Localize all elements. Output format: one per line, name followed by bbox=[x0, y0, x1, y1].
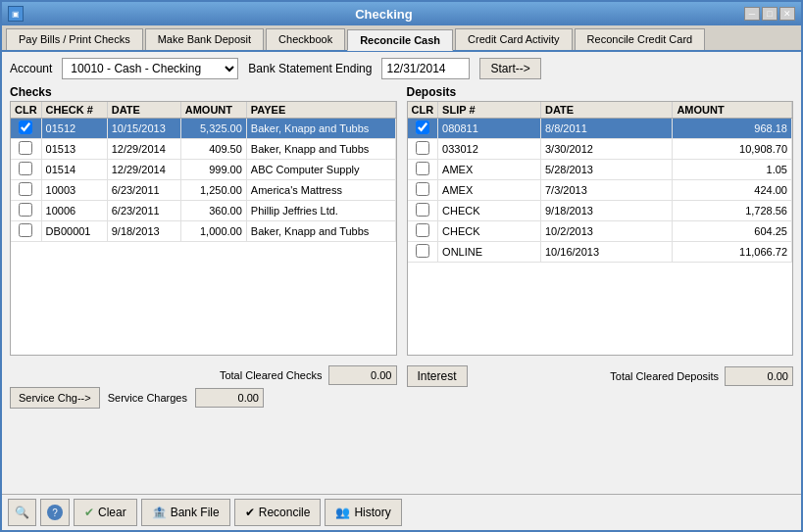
deposit-clr-checkbox[interactable] bbox=[416, 244, 429, 258]
checks-header-amount: AMOUNT bbox=[180, 102, 246, 119]
deposit-clr-checkbox[interactable] bbox=[416, 182, 429, 196]
deposit-clr-checkbox[interactable] bbox=[416, 223, 429, 237]
deposit-clr-checkbox[interactable] bbox=[416, 162, 429, 175]
deposits-totals-section: Interest Total Cleared Deposits bbox=[407, 362, 794, 387]
check-row[interactable]: 10003 6/23/2011 1,250.00 America's Mattr… bbox=[11, 180, 395, 201]
help-button[interactable]: ? bbox=[40, 499, 70, 526]
bank-statement-date[interactable] bbox=[381, 58, 470, 79]
tab-pay-bills[interactable]: Pay Bills / Print Checks bbox=[6, 28, 143, 50]
checks-panel: Checks CLR CHECK # DATE AMOUNT PAYEE bbox=[10, 85, 397, 488]
check-clr-checkbox[interactable] bbox=[19, 121, 32, 134]
tab-checkbook[interactable]: Checkbook bbox=[266, 28, 345, 50]
start-button[interactable]: Start--> bbox=[479, 58, 540, 79]
check-clr-checkbox[interactable] bbox=[19, 162, 32, 175]
deposit-clr-cell[interactable] bbox=[408, 180, 438, 201]
deposit-row[interactable]: CHECK 9/18/2013 1,728.56 bbox=[408, 201, 792, 221]
deposit-row[interactable]: AMEX 7/3/2013 424.00 bbox=[408, 180, 792, 201]
deposits-table-area: CLR SLIP # DATE AMOUNT 080811 8/8/2011 9… bbox=[407, 101, 794, 356]
deposits-totals-row: Interest Total Cleared Deposits bbox=[407, 365, 794, 387]
deposit-clr-cell[interactable] bbox=[408, 221, 438, 242]
history-button[interactable]: 👥 History bbox=[325, 499, 401, 526]
tab-reconcile-credit[interactable]: Reconcile Credit Card bbox=[575, 28, 706, 50]
bank-file-button[interactable]: 🏦 Bank File bbox=[141, 499, 230, 526]
check-clr-cell[interactable] bbox=[11, 160, 41, 180]
minimize-button[interactable]: ─ bbox=[744, 7, 760, 21]
deposit-slip-cell: 080811 bbox=[438, 119, 541, 139]
total-cleared-checks-input[interactable] bbox=[328, 365, 397, 385]
check-clr-checkbox[interactable] bbox=[19, 182, 32, 196]
tab-bank-deposit[interactable]: Make Bank Deposit bbox=[145, 28, 264, 50]
deposit-row[interactable]: 033012 3/30/2012 10,908.70 bbox=[408, 139, 792, 160]
tab-credit-card-activity[interactable]: Credit Card Activity bbox=[455, 28, 573, 50]
search-button[interactable]: 🔍 bbox=[8, 499, 36, 526]
account-label: Account bbox=[10, 62, 52, 75]
check-clr-cell[interactable] bbox=[11, 221, 41, 242]
service-charges-input[interactable] bbox=[195, 388, 264, 408]
check-row[interactable]: 10006 6/23/2011 360.00 Phillip Jeffries … bbox=[11, 201, 395, 221]
deposit-row[interactable]: 080811 8/8/2011 968.18 bbox=[408, 119, 792, 139]
deposit-clr-cell[interactable] bbox=[408, 119, 438, 139]
deposit-clr-cell[interactable] bbox=[408, 201, 438, 221]
check-clr-cell[interactable] bbox=[11, 180, 41, 201]
check-amount-cell: 1,250.00 bbox=[180, 180, 246, 201]
checks-totals-section: Total Cleared Checks Service Chg--> Serv… bbox=[10, 362, 397, 409]
check-clr-cell[interactable] bbox=[11, 201, 41, 221]
deposit-clr-checkbox[interactable] bbox=[416, 203, 429, 217]
deposit-amount-cell: 424.00 bbox=[673, 180, 792, 201]
deposits-title: Deposits bbox=[407, 85, 794, 99]
check-row[interactable]: 01513 12/29/2014 409.50 Baker, Knapp and… bbox=[11, 139, 395, 160]
check-clr-checkbox[interactable] bbox=[19, 141, 32, 155]
deposit-row[interactable]: ONLINE 10/16/2013 11,066.72 bbox=[408, 242, 792, 263]
title-bar-left: ▣ bbox=[8, 6, 24, 22]
deposit-date-cell: 3/30/2012 bbox=[540, 139, 672, 160]
maximize-button[interactable]: □ bbox=[762, 7, 778, 21]
close-button[interactable]: ✕ bbox=[779, 7, 795, 21]
deposit-clr-checkbox[interactable] bbox=[416, 141, 429, 155]
service-row: Service Chg--> Service Charges bbox=[10, 387, 397, 409]
deposit-amount-cell: 604.25 bbox=[673, 221, 792, 242]
check-row[interactable]: 01514 12/29/2014 999.00 ABC Computer Sup… bbox=[11, 160, 395, 180]
check-row[interactable]: 01512 10/15/2013 5,325.00 Baker, Knapp a… bbox=[11, 119, 395, 139]
total-cleared-deposits-input[interactable] bbox=[725, 366, 793, 386]
check-clr-cell[interactable] bbox=[11, 139, 41, 160]
deposit-amount-cell: 968.18 bbox=[673, 119, 792, 139]
deposit-date-cell: 5/28/2013 bbox=[540, 160, 672, 180]
check-row[interactable]: DB00001 9/18/2013 1,000.00 Baker, Knapp … bbox=[11, 221, 395, 242]
deposit-clr-cell[interactable] bbox=[408, 160, 438, 180]
tab-reconcile-cash[interactable]: Reconcile Cash bbox=[347, 29, 453, 51]
deposit-row[interactable]: AMEX 5/28/2013 1.05 bbox=[408, 160, 792, 180]
checks-header-date: DATE bbox=[107, 102, 180, 119]
deposit-clr-cell[interactable] bbox=[408, 139, 438, 160]
account-select[interactable]: 10010 - Cash - Checking bbox=[62, 58, 238, 79]
deposit-date-cell: 10/2/2013 bbox=[540, 221, 672, 242]
deposit-clr-checkbox[interactable] bbox=[416, 121, 429, 134]
bank-icon: 🏦 bbox=[152, 506, 167, 519]
check-payee-cell: Phillip Jeffries Ltd. bbox=[246, 201, 395, 221]
service-charges-label: Service Charges bbox=[108, 392, 187, 404]
deposit-clr-cell[interactable] bbox=[408, 242, 438, 263]
deposit-amount-cell: 1.05 bbox=[673, 160, 792, 180]
check-clr-checkbox[interactable] bbox=[19, 223, 32, 237]
deposit-row[interactable]: CHECK 10/2/2013 604.25 bbox=[408, 221, 792, 242]
reconcile-label: Reconcile bbox=[259, 506, 311, 519]
check-clr-cell[interactable] bbox=[11, 119, 41, 139]
interest-button[interactable]: Interest bbox=[407, 365, 468, 387]
check-clr-checkbox[interactable] bbox=[19, 203, 32, 217]
checkmark-icon: ✔ bbox=[84, 506, 94, 519]
deposit-slip-cell: AMEX bbox=[438, 160, 541, 180]
checks-table: CLR CHECK # DATE AMOUNT PAYEE 01512 10/1… bbox=[11, 102, 396, 242]
reconcile-button[interactable]: ✔ Reconcile bbox=[234, 499, 322, 526]
deposit-amount-cell: 10,908.70 bbox=[673, 139, 792, 160]
window-title: Checking bbox=[24, 7, 744, 22]
check-date-cell: 6/23/2011 bbox=[107, 201, 180, 221]
deposits-header-slip: SLIP # bbox=[438, 102, 541, 119]
deposits-header-date: DATE bbox=[540, 102, 672, 119]
bank-statement-label: Bank Statement Ending bbox=[248, 62, 372, 75]
clear-button[interactable]: ✔ Clear bbox=[74, 499, 137, 526]
check-date-cell: 12/29/2014 bbox=[107, 160, 180, 180]
reconcile-icon: ✔ bbox=[245, 506, 255, 519]
check-amount-cell: 1,000.00 bbox=[180, 221, 246, 242]
check-amount-cell: 409.50 bbox=[180, 139, 246, 160]
service-chg-button[interactable]: Service Chg--> bbox=[10, 387, 100, 409]
main-window: ▣ Checking ─ □ ✕ Pay Bills / Print Check… bbox=[0, 0, 803, 532]
